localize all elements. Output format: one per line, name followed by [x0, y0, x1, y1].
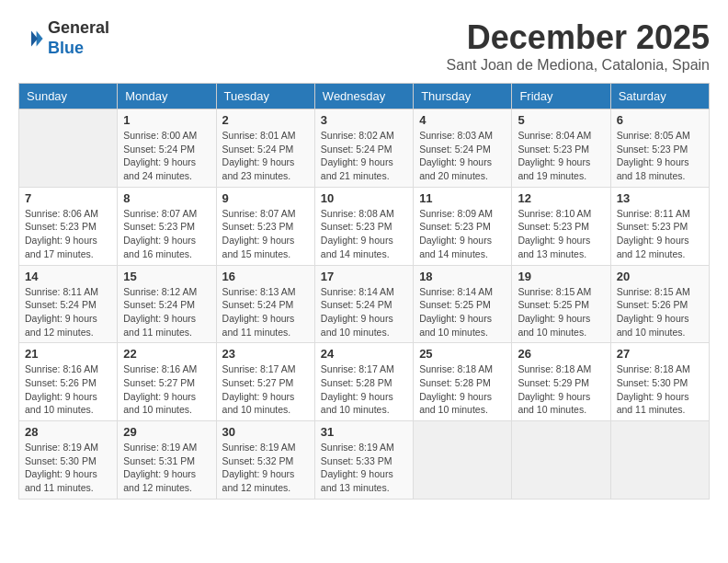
calendar-week-2: 7Sunrise: 8:06 AM Sunset: 5:23 PM Daylig… — [19, 187, 710, 265]
day-info: Sunrise: 8:19 AM Sunset: 5:33 PM Dayligh… — [321, 441, 407, 495]
calendar-cell: 19Sunrise: 8:15 AM Sunset: 5:25 PM Dayli… — [512, 265, 610, 343]
day-number: 23 — [222, 347, 309, 361]
header-saturday: Saturday — [610, 84, 709, 109]
calendar-cell: 10Sunrise: 8:08 AM Sunset: 5:23 PM Dayli… — [314, 187, 413, 265]
day-info: Sunrise: 8:19 AM Sunset: 5:30 PM Dayligh… — [25, 441, 111, 495]
day-info: Sunrise: 8:00 AM Sunset: 5:24 PM Dayligh… — [123, 129, 210, 183]
day-info: Sunrise: 8:19 AM Sunset: 5:31 PM Dayligh… — [123, 441, 210, 495]
day-number: 6 — [617, 113, 703, 127]
day-number: 12 — [518, 191, 604, 205]
calendar-week-3: 14Sunrise: 8:11 AM Sunset: 5:24 PM Dayli… — [19, 265, 710, 343]
calendar-cell: 25Sunrise: 8:18 AM Sunset: 5:28 PM Dayli… — [414, 343, 512, 421]
calendar-cell: 9Sunrise: 8:07 AM Sunset: 5:23 PM Daylig… — [216, 187, 314, 265]
calendar-week-1: 1Sunrise: 8:00 AM Sunset: 5:24 PM Daylig… — [19, 109, 710, 188]
calendar-cell: 22Sunrise: 8:16 AM Sunset: 5:27 PM Dayli… — [118, 343, 216, 421]
calendar-cell — [610, 421, 709, 500]
calendar-cell: 5Sunrise: 8:04 AM Sunset: 5:23 PM Daylig… — [512, 109, 610, 188]
day-info: Sunrise: 8:09 AM Sunset: 5:23 PM Dayligh… — [419, 207, 506, 261]
calendar-week-4: 21Sunrise: 8:16 AM Sunset: 5:26 PM Dayli… — [19, 343, 710, 421]
header-monday: Monday — [118, 84, 216, 109]
logo: General Blue — [18, 18, 109, 58]
calendar-header: Sunday Monday Tuesday Wednesday Thursday… — [19, 84, 710, 109]
calendar-body: 1Sunrise: 8:00 AM Sunset: 5:24 PM Daylig… — [19, 109, 710, 500]
day-info: Sunrise: 8:10 AM Sunset: 5:23 PM Dayligh… — [518, 207, 604, 261]
day-number: 5 — [518, 113, 604, 127]
calendar-cell: 16Sunrise: 8:13 AM Sunset: 5:24 PM Dayli… — [216, 265, 314, 343]
calendar-cell — [19, 109, 118, 188]
day-info: Sunrise: 8:03 AM Sunset: 5:24 PM Dayligh… — [419, 129, 506, 183]
day-info: Sunrise: 8:01 AM Sunset: 5:24 PM Dayligh… — [222, 129, 309, 183]
day-number: 31 — [321, 425, 407, 439]
day-info: Sunrise: 8:05 AM Sunset: 5:23 PM Dayligh… — [617, 129, 703, 183]
day-number: 19 — [518, 270, 604, 283]
header-tuesday: Tuesday — [216, 84, 314, 109]
calendar-cell: 31Sunrise: 8:19 AM Sunset: 5:33 PM Dayli… — [314, 421, 413, 500]
day-info: Sunrise: 8:18 AM Sunset: 5:29 PM Dayligh… — [518, 362, 604, 417]
day-info: Sunrise: 8:16 AM Sunset: 5:27 PM Dayligh… — [123, 362, 210, 417]
day-info: Sunrise: 8:14 AM Sunset: 5:24 PM Dayligh… — [321, 285, 407, 339]
calendar-cell: 6Sunrise: 8:05 AM Sunset: 5:23 PM Daylig… — [610, 109, 709, 188]
day-info: Sunrise: 8:16 AM Sunset: 5:26 PM Dayligh… — [25, 362, 111, 417]
day-info: Sunrise: 8:07 AM Sunset: 5:23 PM Dayligh… — [123, 207, 210, 261]
day-number: 30 — [222, 425, 309, 439]
day-number: 8 — [123, 191, 210, 205]
day-number: 24 — [321, 347, 407, 361]
day-info: Sunrise: 8:17 AM Sunset: 5:28 PM Dayligh… — [321, 362, 407, 417]
day-number: 29 — [123, 425, 210, 439]
calendar-cell: 29Sunrise: 8:19 AM Sunset: 5:31 PM Dayli… — [118, 421, 216, 500]
calendar-cell: 13Sunrise: 8:11 AM Sunset: 5:23 PM Dayli… — [610, 187, 709, 265]
calendar-cell: 2Sunrise: 8:01 AM Sunset: 5:24 PM Daylig… — [216, 109, 314, 188]
day-info: Sunrise: 8:06 AM Sunset: 5:23 PM Dayligh… — [25, 207, 111, 261]
day-number: 2 — [222, 113, 309, 127]
day-number: 22 — [123, 347, 210, 361]
calendar-cell: 11Sunrise: 8:09 AM Sunset: 5:23 PM Dayli… — [414, 187, 512, 265]
day-number: 16 — [222, 270, 309, 283]
day-info: Sunrise: 8:18 AM Sunset: 5:30 PM Dayligh… — [617, 362, 703, 417]
day-info: Sunrise: 8:12 AM Sunset: 5:24 PM Dayligh… — [123, 285, 210, 339]
day-info: Sunrise: 8:17 AM Sunset: 5:27 PM Dayligh… — [222, 362, 309, 417]
day-info: Sunrise: 8:18 AM Sunset: 5:28 PM Dayligh… — [419, 362, 506, 417]
calendar-cell: 30Sunrise: 8:19 AM Sunset: 5:32 PM Dayli… — [216, 421, 314, 500]
day-info: Sunrise: 8:15 AM Sunset: 5:25 PM Dayligh… — [518, 285, 604, 339]
day-info: Sunrise: 8:02 AM Sunset: 5:24 PM Dayligh… — [321, 129, 407, 183]
day-number: 28 — [25, 425, 111, 439]
page-header: General Blue December 2025 Sant Joan de … — [18, 18, 710, 74]
day-number: 3 — [321, 113, 407, 127]
calendar-cell: 24Sunrise: 8:17 AM Sunset: 5:28 PM Dayli… — [314, 343, 413, 421]
calendar-cell: 17Sunrise: 8:14 AM Sunset: 5:24 PM Dayli… — [314, 265, 413, 343]
calendar-cell: 7Sunrise: 8:06 AM Sunset: 5:23 PM Daylig… — [19, 187, 118, 265]
day-info: Sunrise: 8:11 AM Sunset: 5:24 PM Dayligh… — [25, 285, 111, 339]
calendar-cell: 18Sunrise: 8:14 AM Sunset: 5:25 PM Dayli… — [414, 265, 512, 343]
title-section: December 2025 Sant Joan de Mediona, Cata… — [447, 18, 710, 74]
day-info: Sunrise: 8:11 AM Sunset: 5:23 PM Dayligh… — [617, 207, 703, 261]
day-number: 21 — [25, 347, 111, 361]
month-title: December 2025 — [447, 18, 710, 57]
calendar-cell: 3Sunrise: 8:02 AM Sunset: 5:24 PM Daylig… — [314, 109, 413, 188]
calendar-cell: 8Sunrise: 8:07 AM Sunset: 5:23 PM Daylig… — [118, 187, 216, 265]
day-info: Sunrise: 8:07 AM Sunset: 5:23 PM Dayligh… — [222, 207, 309, 261]
day-number: 1 — [123, 113, 210, 127]
calendar-table: Sunday Monday Tuesday Wednesday Thursday… — [18, 83, 710, 500]
calendar-cell: 20Sunrise: 8:15 AM Sunset: 5:26 PM Dayli… — [610, 265, 709, 343]
day-info: Sunrise: 8:08 AM Sunset: 5:23 PM Dayligh… — [321, 207, 407, 261]
logo-blue-text: Blue — [48, 39, 84, 57]
calendar-cell — [512, 421, 610, 500]
day-number: 10 — [321, 191, 407, 205]
calendar-cell: 12Sunrise: 8:10 AM Sunset: 5:23 PM Dayli… — [512, 187, 610, 265]
day-info: Sunrise: 8:04 AM Sunset: 5:23 PM Dayligh… — [518, 129, 604, 183]
day-number: 26 — [518, 347, 604, 361]
header-thursday: Thursday — [414, 84, 512, 109]
header-friday: Friday — [512, 84, 610, 109]
day-info: Sunrise: 8:15 AM Sunset: 5:26 PM Dayligh… — [617, 285, 703, 339]
day-number: 20 — [617, 270, 703, 283]
calendar-cell: 21Sunrise: 8:16 AM Sunset: 5:26 PM Dayli… — [19, 343, 118, 421]
day-number: 15 — [123, 270, 210, 283]
calendar-week-5: 28Sunrise: 8:19 AM Sunset: 5:30 PM Dayli… — [19, 421, 710, 500]
day-info: Sunrise: 8:14 AM Sunset: 5:25 PM Dayligh… — [419, 285, 506, 339]
day-number: 13 — [617, 191, 703, 205]
location-text: Sant Joan de Mediona, Catalonia, Spain — [447, 57, 710, 74]
calendar-cell: 4Sunrise: 8:03 AM Sunset: 5:24 PM Daylig… — [414, 109, 512, 188]
header-wednesday: Wednesday — [314, 84, 413, 109]
day-number: 25 — [419, 347, 506, 361]
calendar-cell: 28Sunrise: 8:19 AM Sunset: 5:30 PM Dayli… — [19, 421, 118, 500]
